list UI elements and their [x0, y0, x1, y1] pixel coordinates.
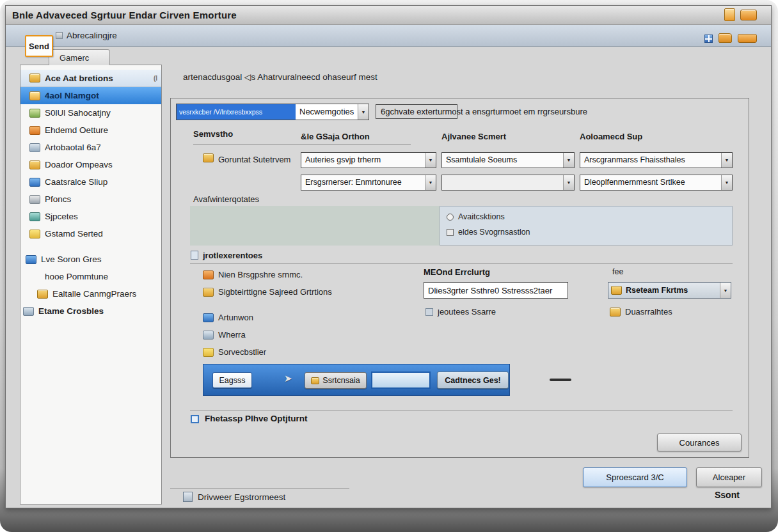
sidebar-item[interactable]: S0lUl Sahocatjny — [20, 104, 161, 121]
list-item[interactable]: Sorvecbstlier — [203, 343, 420, 361]
list-item-icon — [29, 74, 40, 82]
sidebar-item-label: Gstamd Serted — [45, 229, 103, 239]
sidebar-item[interactable]: Caatsralce Sliup — [20, 173, 161, 191]
sidebar-item-label: hooe Pommtune — [45, 272, 108, 281]
list-item-icon — [29, 160, 40, 169]
arrow-right-icon: ➤ — [284, 373, 292, 384]
button-label: Ssrtcnsaia — [322, 376, 360, 385]
dropdown-value: Ssamtulale Soeums — [442, 153, 563, 168]
banner-button-1[interactable]: Eagsss — [212, 372, 252, 388]
checkbox-icon — [425, 308, 433, 316]
dropdown-row1-col1[interactable]: Auteries gsvjp trherm ▼ — [301, 152, 436, 168]
banner-button-3[interactable]: Cadtnecs Ges! — [437, 372, 509, 389]
progress-field[interactable] — [371, 372, 431, 389]
radio-icon — [447, 214, 454, 221]
chevron-down-icon[interactable]: ▼ — [358, 104, 369, 120]
titlebar-icons — [724, 8, 757, 21]
orange-button-icon[interactable] — [738, 34, 757, 43]
chevron-down-icon[interactable]: ▼ — [425, 153, 436, 168]
banner-button-2[interactable]: Ssrtcnsaia — [305, 372, 367, 389]
dropdown-row2-col1[interactable]: Ersgsrnerser: Enmrtonuree ▼ — [301, 175, 436, 191]
list-item-icon — [37, 290, 48, 299]
sidebar-item[interactable]: Doador Ompeavs — [20, 156, 161, 173]
sidebar-item[interactable]: Ehdemd Oetture — [20, 121, 161, 139]
sidebar-item[interactable]: Etame Crosbles — [20, 302, 161, 320]
chevron-down-icon[interactable]: ▼ — [720, 283, 731, 298]
sidebar-item[interactable]: Sjpcetes — [20, 208, 161, 225]
checkbox-icon — [447, 229, 454, 236]
sidebar-item-label: Caatsralce Sliup — [45, 177, 107, 187]
list-item[interactable]: Nien Brsgpshre srnmc. — [203, 266, 420, 283]
list-item[interactable]: Artunwon — [203, 309, 420, 326]
list-item-icon — [29, 178, 40, 187]
sidebar-item-label: Etame Crosbles — [38, 306, 104, 316]
primary-button[interactable]: Sproescard 3/C — [583, 467, 687, 487]
dropdown-value: Ersgsrnerser: Enmrtonuree — [301, 175, 425, 190]
dropdown-row1-col3[interactable]: Arscgranmarss Fhaissthales ▼ — [580, 152, 733, 168]
list-item-label: Nien Brsgpshre srnmc. — [218, 270, 303, 279]
group1-item-icon — [203, 153, 214, 162]
list-item-icon — [29, 230, 40, 239]
chevron-down-icon[interactable]: ▼ — [425, 175, 436, 190]
combobox-selected-text: vesrxkcber /V/lntxresbxxpss — [177, 104, 296, 120]
column-header-2: Ajlvanee Scmert — [441, 132, 506, 141]
chevron-down-icon[interactable]: ▼ — [721, 153, 732, 168]
dropdown-row1-col2[interactable]: Ssamtulale Soeums ▼ — [441, 152, 575, 168]
dropdown-right[interactable]: Rseteam Fkrtms ▼ — [608, 282, 731, 299]
group1-item-label: Goruntat Sutetrvem — [218, 155, 290, 164]
dropdown-row2-col2[interactable]: ▼ — [441, 175, 575, 191]
list-item-icon — [26, 255, 36, 264]
sidebar-item[interactable]: Gstamd Serted — [20, 225, 161, 242]
menu-bar: Abrecalingjre — [6, 25, 771, 47]
radio-option-2[interactable]: eldes Svogrnsastlon — [447, 228, 530, 237]
status-bar: Drivweer Egstrormeest — [183, 492, 285, 502]
sidebar-item[interactable]: Ace Aat bretions (l — [20, 70, 161, 87]
sidebar-item[interactable]: Artobaotal 6a7 — [20, 139, 161, 156]
radio-option-1[interactable]: Avaitcsktions — [447, 212, 505, 221]
chevron-down-icon[interactable]: ▼ — [721, 175, 732, 190]
list-item-icon — [610, 308, 621, 317]
dropdown-row2-col3[interactable]: Dleoplfenmernmesnt Srtlkee ▼ — [580, 175, 733, 191]
drag-handle[interactable] — [550, 379, 571, 381]
checkbox-row[interactable]: jeoutees Ssarre — [425, 307, 496, 317]
list-item[interactable]: Duasrralhtes — [610, 307, 672, 317]
options-subpanel: Avaitcsktions eldes Svogrnsastlon — [440, 206, 733, 246]
secondary-button[interactable]: Alceaper — [696, 467, 762, 487]
dropdown-icon — [611, 286, 622, 295]
chevron-down-icon[interactable]: ▼ — [563, 175, 574, 190]
sidebar-item[interactable]: Ealtalle CanmgPraers — [20, 285, 161, 302]
document-icon[interactable] — [724, 8, 735, 21]
courances-button[interactable]: Courances — [657, 434, 742, 451]
window-control-icon[interactable] — [740, 10, 757, 20]
title-bar[interactable]: Bnle Advaveced Sgrtuur Endar Cirven Emor… — [6, 6, 771, 25]
sidebar-item[interactable]: 4aol Nlamgot — [20, 87, 161, 104]
sidebar-item[interactable]: hooe Pommtune — [20, 268, 161, 285]
sidebar-item-label: Doador Ompeavs — [45, 160, 113, 169]
device-icon — [183, 492, 193, 502]
grid-icon[interactable] — [704, 35, 713, 43]
column-header-1: &le GSaja Orthon — [301, 132, 370, 141]
sidebar: Ace Aat bretions (l 4aol Nlamgot S0lUl S… — [20, 65, 162, 505]
menu-item[interactable]: Abrecalingjre — [56, 31, 117, 40]
sidebar-item[interactable]: Pfoncs — [20, 191, 161, 208]
device-combobox[interactable]: vesrxkcber /V/lntxresbxxpss Necwemgoties… — [176, 104, 369, 120]
group4-title: Fhetassp Plhve Optjturnt — [205, 414, 308, 423]
group2-title: Avafwinterqotates — [193, 194, 259, 204]
status-text: Drivweer Egstrormeest — [198, 492, 285, 502]
app-window: Bnle Advaveced Sgrtuur Endar Cirven Emor… — [5, 5, 772, 508]
group1-title: Semvstho — [193, 129, 233, 139]
text-input[interactable] — [424, 282, 568, 299]
folder-icon[interactable] — [718, 33, 732, 43]
list-item-label: Artunwon — [218, 313, 253, 322]
sidebar-item-label: Ehdemd Oetture — [45, 125, 108, 135]
column-header-3: Aoloamecd Sup — [580, 132, 642, 141]
tab-send[interactable]: Send — [25, 35, 53, 57]
sidebar-item[interactable]: Lve Soron Gres — [20, 251, 161, 268]
dropdown-value: Auteries gsvjp trherm — [301, 153, 425, 168]
list-item[interactable]: Wherra — [203, 326, 420, 343]
list-item[interactable]: Sigbteirttigne Sajreed Grtrtions — [203, 283, 420, 301]
tab-general[interactable]: Gamerc — [49, 49, 110, 65]
list-item-icon — [203, 288, 214, 297]
chevron-down-icon[interactable]: ▼ — [563, 153, 574, 168]
list-item-icon — [29, 109, 40, 118]
